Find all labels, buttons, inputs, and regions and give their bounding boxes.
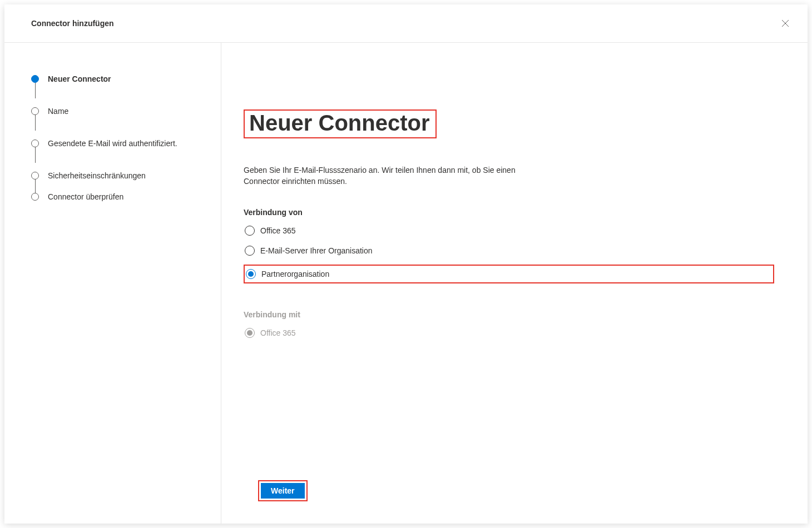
section-to-label: Verbindung mit	[244, 310, 774, 319]
radio-office365-from[interactable]: Office 365	[244, 225, 774, 237]
step-marker-icon	[31, 193, 39, 201]
dialog-body: Neuer Connector Name Gesendete E-Mail wi…	[4, 43, 808, 524]
page-description: Geben Sie Ihr E-Mail-Flussszenario an. W…	[244, 165, 544, 187]
next-button[interactable]: Weiter	[261, 483, 305, 499]
step-label: Sicherheitseinschränkungen	[48, 171, 146, 181]
radio-wrapper: Office 365	[244, 327, 774, 339]
main-content: Neuer Connector Geben Sie Ihr E-Mail-Flu…	[244, 109, 774, 480]
dialog-header: Connector hinzufügen	[4, 4, 808, 43]
step-marker-icon	[31, 107, 39, 115]
step-marker-icon	[31, 140, 39, 147]
radio-label: Office 365	[260, 328, 296, 337]
radio-partner-org[interactable]: Partnerorganisation	[244, 265, 774, 283]
radio-email-server[interactable]: E-Mail-Server Ihrer Organisation	[244, 245, 774, 257]
dialog-title: Connector hinzufügen	[31, 19, 114, 28]
radio-icon	[245, 328, 255, 338]
wizard-sidebar: Neuer Connector Name Gesendete E-Mail wi…	[4, 43, 221, 524]
dialog-container: Connector hinzufügen Neuer Connector Nam…	[4, 4, 808, 524]
step-marker-icon	[31, 75, 39, 83]
step-label: Name	[48, 106, 68, 116]
step-marker-icon	[31, 172, 39, 180]
section-from-label: Verbindung von	[244, 208, 774, 217]
step-item-name[interactable]: Name	[31, 95, 207, 127]
radio-icon	[246, 269, 256, 279]
radio-label: Partnerorganisation	[261, 270, 329, 278]
step-item-security[interactable]: Sicherheitseinschränkungen	[31, 160, 207, 192]
radio-group-to: Office 365	[244, 327, 774, 339]
radio-wrapper: Partnerorganisation	[244, 265, 774, 283]
radio-icon	[245, 226, 255, 236]
step-list: Neuer Connector Name Gesendete E-Mail wi…	[31, 63, 207, 206]
radio-group-from: Office 365 E-Mail-Server Ihrer Organisat…	[244, 225, 774, 283]
radio-wrapper: E-Mail-Server Ihrer Organisation	[244, 245, 774, 257]
step-label: Connector überprüfen	[48, 192, 123, 202]
radio-office365-to: Office 365	[244, 327, 774, 339]
next-button-highlight: Weiter	[258, 480, 308, 501]
step-item-neuer-connector[interactable]: Neuer Connector	[31, 63, 207, 95]
close-button[interactable]	[776, 14, 794, 32]
radio-label: Office 365	[260, 226, 296, 235]
step-item-auth[interactable]: Gesendete E-Mail wird authentifiziert.	[31, 127, 207, 160]
close-icon	[781, 19, 789, 27]
step-item-review[interactable]: Connector überprüfen	[31, 192, 207, 206]
main-panel: Neuer Connector Geben Sie Ihr E-Mail-Flu…	[221, 43, 808, 524]
page-title: Neuer Connector	[249, 112, 430, 134]
step-label: Gesendete E-Mail wird authentifiziert.	[48, 138, 177, 148]
radio-icon	[245, 246, 255, 256]
radio-wrapper: Office 365	[244, 225, 774, 237]
radio-label: E-Mail-Server Ihrer Organisation	[260, 246, 373, 255]
dialog-footer: Weiter	[244, 480, 774, 524]
title-highlight: Neuer Connector	[244, 109, 437, 138]
step-label: Neuer Connector	[48, 74, 111, 84]
